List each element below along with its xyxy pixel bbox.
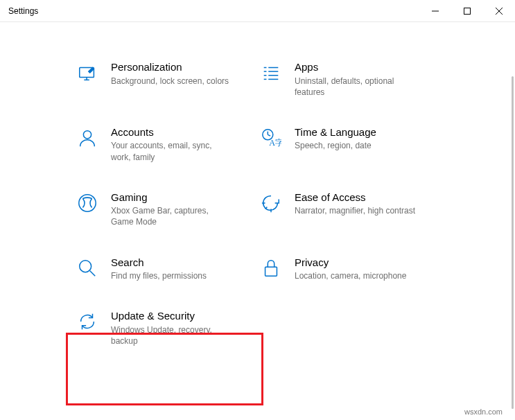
category-text: Time & Language Speech, region, date xyxy=(295,125,376,152)
category-accounts[interactable]: Accounts Your accounts, email, sync, wor… xyxy=(76,125,260,163)
category-gaming[interactable]: Gaming Xbox Game Bar, captures, Game Mod… xyxy=(76,191,260,228)
category-desc: Background, lock screen, colors xyxy=(111,76,229,87)
category-time-language[interactable]: A字 Time & Language Speech, region, date xyxy=(260,125,444,163)
category-personalization[interactable]: Personalization Background, lock screen,… xyxy=(76,60,260,98)
category-search[interactable]: Search Find my files, permissions xyxy=(76,256,260,282)
scrollbar[interactable] xyxy=(511,28,514,412)
settings-categories-grid: Personalization Background, lock screen,… xyxy=(0,22,515,360)
category-desc: Windows Update, recovery, backup xyxy=(111,324,232,347)
category-text: Gaming Xbox Game Bar, captures, Game Mod… xyxy=(111,191,232,228)
svg-line-25 xyxy=(90,270,96,276)
window-title: Settings xyxy=(8,6,419,16)
category-text: Apps Uninstall, defaults, optional featu… xyxy=(295,60,416,98)
category-privacy[interactable]: Privacy Location, camera, microphone xyxy=(260,256,444,282)
category-desc: Location, camera, microphone xyxy=(295,270,406,281)
category-title: Gaming xyxy=(111,191,232,204)
scrollbar-thumb[interactable] xyxy=(512,76,514,409)
category-title: Update & Security xyxy=(111,309,232,323)
category-desc: Speech, region, date xyxy=(295,140,376,151)
svg-point-24 xyxy=(80,260,91,272)
category-ease-of-access[interactable]: Ease of Access Narrator, magnifier, high… xyxy=(260,191,444,228)
window-controls xyxy=(419,0,515,21)
category-text: Update & Security Windows Update, recove… xyxy=(111,309,232,347)
ease-of-access-icon xyxy=(260,192,282,214)
apps-icon xyxy=(260,62,282,84)
watermark: wsxdn.com xyxy=(464,408,503,416)
category-text: Search Find my files, permissions xyxy=(111,256,207,282)
category-title: Privacy xyxy=(295,256,406,270)
category-desc: Narrator, magnifier, high contrast xyxy=(295,205,415,216)
category-desc: Uninstall, defaults, optional features xyxy=(295,76,416,98)
category-text: Ease of Access Narrator, magnifier, high… xyxy=(295,191,415,217)
maximize-button[interactable] xyxy=(451,0,483,22)
titlebar: Settings xyxy=(0,0,515,22)
category-title: Search xyxy=(111,256,207,270)
minimize-button[interactable] xyxy=(419,0,451,22)
category-title: Ease of Access xyxy=(295,191,415,204)
category-desc: Your accounts, email, sync, work, family xyxy=(111,140,232,162)
category-desc: Xbox Game Bar, captures, Game Mode xyxy=(111,205,232,227)
privacy-icon xyxy=(260,257,282,279)
time-language-icon: A字 xyxy=(260,127,282,149)
category-title: Accounts xyxy=(111,125,232,139)
update-security-icon xyxy=(76,310,98,333)
svg-text:A字: A字 xyxy=(269,138,281,148)
category-desc: Find my files, permissions xyxy=(111,270,207,281)
category-apps[interactable]: Apps Uninstall, defaults, optional featu… xyxy=(260,60,444,98)
search-icon xyxy=(76,257,98,279)
close-button[interactable] xyxy=(483,0,515,22)
gaming-icon xyxy=(76,192,98,214)
svg-point-15 xyxy=(83,131,91,139)
personalization-icon xyxy=(76,62,98,84)
category-text: Accounts Your accounts, email, sync, wor… xyxy=(111,125,232,163)
category-text: Personalization Background, lock screen,… xyxy=(111,60,229,87)
svg-rect-26 xyxy=(265,267,277,276)
category-title: Personalization xyxy=(111,60,229,74)
accounts-icon xyxy=(76,127,98,149)
svg-line-18 xyxy=(268,134,270,136)
svg-line-23 xyxy=(265,207,268,209)
category-title: Apps xyxy=(295,60,416,74)
category-update-security[interactable]: Update & Security Windows Update, recove… xyxy=(76,309,260,347)
svg-rect-1 xyxy=(464,8,471,15)
category-text: Privacy Location, camera, microphone xyxy=(295,256,406,282)
category-title: Time & Language xyxy=(295,125,376,139)
